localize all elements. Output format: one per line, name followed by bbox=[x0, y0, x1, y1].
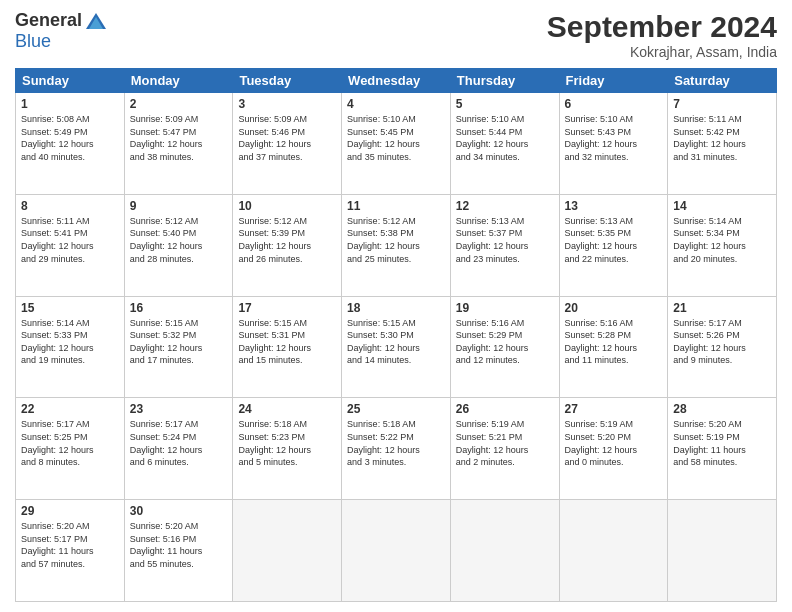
table-row: 24Sunrise: 5:18 AM Sunset: 5:23 PM Dayli… bbox=[233, 398, 342, 500]
logo-general-text: General bbox=[15, 10, 82, 31]
header: General Blue September 2024 Kokrajhar, A… bbox=[15, 10, 777, 60]
table-row: 16Sunrise: 5:15 AM Sunset: 5:32 PM Dayli… bbox=[124, 296, 233, 398]
table-row: 8Sunrise: 5:11 AM Sunset: 5:41 PM Daylig… bbox=[16, 194, 125, 296]
calendar-table: Sunday Monday Tuesday Wednesday Thursday… bbox=[15, 68, 777, 602]
header-sunday: Sunday bbox=[16, 69, 125, 93]
logo-icon bbox=[84, 11, 108, 31]
location: Kokrajhar, Assam, India bbox=[547, 44, 777, 60]
table-row: 9Sunrise: 5:12 AM Sunset: 5:40 PM Daylig… bbox=[124, 194, 233, 296]
header-saturday: Saturday bbox=[668, 69, 777, 93]
table-row: 15Sunrise: 5:14 AM Sunset: 5:33 PM Dayli… bbox=[16, 296, 125, 398]
table-row bbox=[342, 500, 451, 602]
table-row: 2Sunrise: 5:09 AM Sunset: 5:47 PM Daylig… bbox=[124, 93, 233, 195]
header-wednesday: Wednesday bbox=[342, 69, 451, 93]
table-row: 10Sunrise: 5:12 AM Sunset: 5:39 PM Dayli… bbox=[233, 194, 342, 296]
title-block: September 2024 Kokrajhar, Assam, India bbox=[547, 10, 777, 60]
table-row: 6Sunrise: 5:10 AM Sunset: 5:43 PM Daylig… bbox=[559, 93, 668, 195]
table-row: 21Sunrise: 5:17 AM Sunset: 5:26 PM Dayli… bbox=[668, 296, 777, 398]
header-tuesday: Tuesday bbox=[233, 69, 342, 93]
table-row: 27Sunrise: 5:19 AM Sunset: 5:20 PM Dayli… bbox=[559, 398, 668, 500]
table-row bbox=[450, 500, 559, 602]
header-thursday: Thursday bbox=[450, 69, 559, 93]
table-row: 7Sunrise: 5:11 AM Sunset: 5:42 PM Daylig… bbox=[668, 93, 777, 195]
table-row: 18Sunrise: 5:15 AM Sunset: 5:30 PM Dayli… bbox=[342, 296, 451, 398]
table-row: 17Sunrise: 5:15 AM Sunset: 5:31 PM Dayli… bbox=[233, 296, 342, 398]
table-row: 22Sunrise: 5:17 AM Sunset: 5:25 PM Dayli… bbox=[16, 398, 125, 500]
logo: General Blue bbox=[15, 10, 108, 52]
header-monday: Monday bbox=[124, 69, 233, 93]
table-row: 5Sunrise: 5:10 AM Sunset: 5:44 PM Daylig… bbox=[450, 93, 559, 195]
table-row: 26Sunrise: 5:19 AM Sunset: 5:21 PM Dayli… bbox=[450, 398, 559, 500]
table-row: 20Sunrise: 5:16 AM Sunset: 5:28 PM Dayli… bbox=[559, 296, 668, 398]
table-row: 3Sunrise: 5:09 AM Sunset: 5:46 PM Daylig… bbox=[233, 93, 342, 195]
table-row: 28Sunrise: 5:20 AM Sunset: 5:19 PM Dayli… bbox=[668, 398, 777, 500]
table-row bbox=[668, 500, 777, 602]
table-row bbox=[233, 500, 342, 602]
page: General Blue September 2024 Kokrajhar, A… bbox=[0, 0, 792, 612]
table-row: 23Sunrise: 5:17 AM Sunset: 5:24 PM Dayli… bbox=[124, 398, 233, 500]
header-friday: Friday bbox=[559, 69, 668, 93]
table-row: 4Sunrise: 5:10 AM Sunset: 5:45 PM Daylig… bbox=[342, 93, 451, 195]
month-year: September 2024 bbox=[547, 10, 777, 44]
logo-blue-text: Blue bbox=[15, 31, 51, 51]
table-row bbox=[559, 500, 668, 602]
table-row: 29Sunrise: 5:20 AM Sunset: 5:17 PM Dayli… bbox=[16, 500, 125, 602]
table-row: 1Sunrise: 5:08 AM Sunset: 5:49 PM Daylig… bbox=[16, 93, 125, 195]
table-row: 19Sunrise: 5:16 AM Sunset: 5:29 PM Dayli… bbox=[450, 296, 559, 398]
calendar-header-row: Sunday Monday Tuesday Wednesday Thursday… bbox=[16, 69, 777, 93]
table-row: 11Sunrise: 5:12 AM Sunset: 5:38 PM Dayli… bbox=[342, 194, 451, 296]
table-row: 25Sunrise: 5:18 AM Sunset: 5:22 PM Dayli… bbox=[342, 398, 451, 500]
table-row: 14Sunrise: 5:14 AM Sunset: 5:34 PM Dayli… bbox=[668, 194, 777, 296]
table-row: 30Sunrise: 5:20 AM Sunset: 5:16 PM Dayli… bbox=[124, 500, 233, 602]
table-row: 13Sunrise: 5:13 AM Sunset: 5:35 PM Dayli… bbox=[559, 194, 668, 296]
table-row: 12Sunrise: 5:13 AM Sunset: 5:37 PM Dayli… bbox=[450, 194, 559, 296]
